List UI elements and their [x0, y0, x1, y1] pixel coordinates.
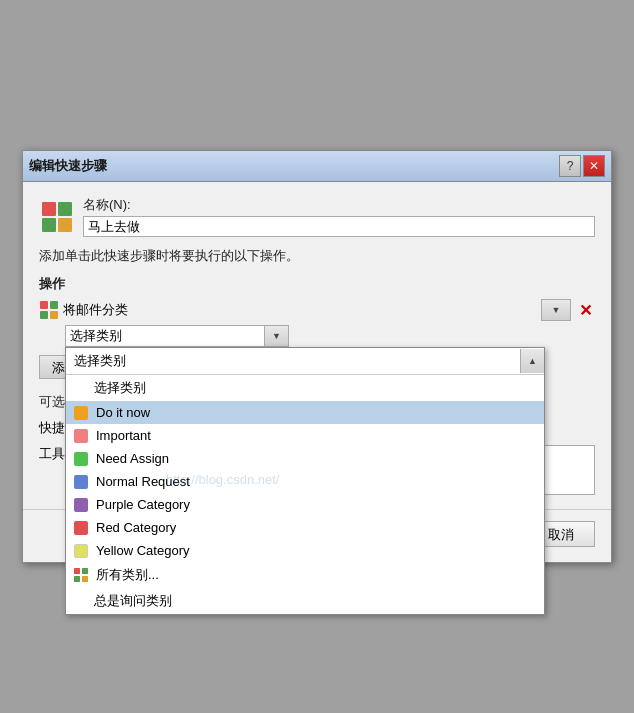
- category-select-button[interactable]: 选择类别: [65, 325, 265, 347]
- operations-label: 操作: [39, 275, 595, 293]
- dropdown-item-red-category[interactable]: Red Category: [66, 516, 544, 539]
- dropdown-item-normal-request[interactable]: Normal Request http://blog.csdn.net/: [66, 470, 544, 493]
- dropdown-header-text: 选择类别: [66, 348, 520, 374]
- operation-label: 将邮件分类: [63, 301, 537, 319]
- operation-icon: [39, 300, 59, 320]
- svg-rect-9: [82, 568, 88, 574]
- svg-rect-6: [40, 311, 48, 319]
- category-dropdown-arrow[interactable]: ▼: [265, 325, 289, 347]
- name-label: 名称(N):: [83, 196, 595, 214]
- edit-quickstep-dialog: 编辑快速步骤 ? ✕ 名称(N):: [22, 150, 612, 563]
- category-select-container: 选择类别 ▼ 选择类别 ▲ 选择类别: [65, 325, 595, 347]
- dropdown-item-all-categories[interactable]: 所有类别...: [66, 562, 544, 588]
- color-dot-purple-category: [74, 498, 88, 512]
- operation-dropdown[interactable]: ▼: [541, 299, 571, 321]
- color-dot-red-category: [74, 521, 88, 535]
- all-categories-icon: [74, 568, 88, 582]
- category-select-row: 选择类别 ▼: [65, 325, 595, 347]
- dropdown-item-need-assign[interactable]: Need Assign: [66, 447, 544, 470]
- operation-row: 将邮件分类 ▼ ✕: [39, 299, 595, 321]
- dropdown-item-do-it-now[interactable]: Do it now: [66, 401, 544, 424]
- svg-rect-8: [74, 568, 80, 574]
- svg-rect-1: [58, 202, 72, 216]
- color-dot-need-assign: [74, 452, 88, 466]
- color-dot-important: [74, 429, 88, 443]
- name-field-row: 名称(N):: [39, 196, 595, 237]
- close-button[interactable]: ✕: [583, 155, 605, 177]
- svg-rect-3: [58, 218, 72, 232]
- chevron-up-icon: ▲: [528, 356, 537, 366]
- dropdown-item-important[interactable]: Important: [66, 424, 544, 447]
- dropdown-item-yellow-category[interactable]: Yellow Category: [66, 539, 544, 562]
- dropdown-item-placeholder[interactable]: 选择类别: [66, 375, 544, 401]
- operations-area: 操作 将邮件分类 ▼ ✕: [39, 275, 595, 379]
- dialog-title: 编辑快速步骤: [29, 157, 107, 175]
- color-dot-yellow-category: [74, 544, 88, 558]
- operation-delete-button[interactable]: ✕: [575, 300, 595, 320]
- dropdown-item-purple-category[interactable]: Purple Category: [66, 493, 544, 516]
- help-button[interactable]: ?: [559, 155, 581, 177]
- category-dropdown-menu: 选择类别 ▲ 选择类别 Do it now: [65, 347, 545, 615]
- svg-rect-5: [50, 301, 58, 309]
- svg-rect-11: [82, 576, 88, 582]
- svg-rect-0: [42, 202, 56, 216]
- dropdown-close-btn[interactable]: ▲: [520, 349, 544, 373]
- title-bar: 编辑快速步骤 ? ✕: [23, 151, 611, 182]
- svg-rect-4: [40, 301, 48, 309]
- quickstep-icon: [39, 199, 75, 235]
- name-input[interactable]: [83, 216, 595, 237]
- description-text: 添加单击此快速步骤时将要执行的以下操作。: [39, 247, 595, 265]
- dialog-body: 名称(N): 添加单击此快速步骤时将要执行的以下操作。 操作 将邮件分类: [23, 182, 611, 509]
- svg-rect-2: [42, 218, 56, 232]
- color-dot-normal-request: [74, 475, 88, 489]
- color-dot-do-it-now: [74, 406, 88, 420]
- title-buttons: ? ✕: [559, 155, 605, 177]
- dropdown-header: 选择类别 ▲: [66, 348, 544, 375]
- chevron-down-icon: ▼: [272, 331, 281, 341]
- svg-rect-7: [50, 311, 58, 319]
- svg-rect-10: [74, 576, 80, 582]
- chevron-down-icon: ▼: [552, 305, 561, 315]
- dropdown-item-always-ask[interactable]: 总是询问类别: [66, 588, 544, 614]
